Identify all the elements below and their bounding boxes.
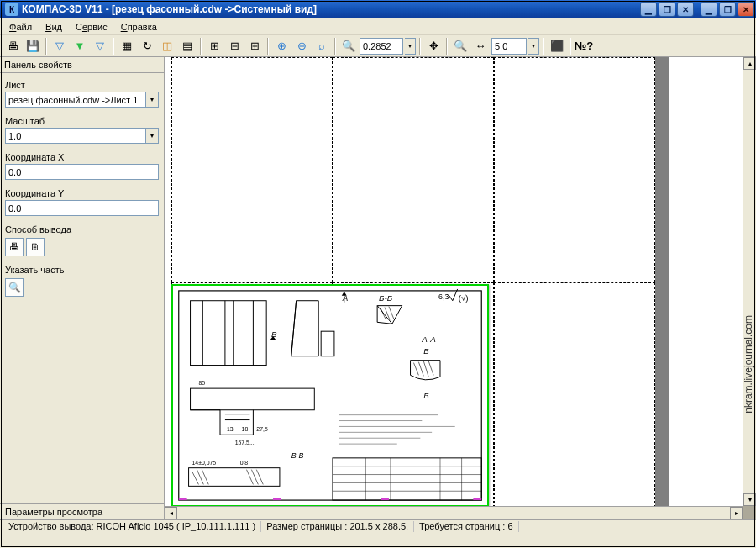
select-part-label: Указать часть bbox=[5, 265, 159, 275]
close-inner-button[interactable]: ✕ bbox=[677, 2, 694, 17]
menu-view[interactable]: Вид bbox=[39, 20, 68, 34]
zoomfit-button[interactable]: ⌕ bbox=[312, 37, 331, 55]
status-page-size: Размер страницы : 201.5 x 288.5. bbox=[261, 521, 414, 532]
stop-button[interactable]: ⬛ bbox=[548, 37, 566, 55]
print-page bbox=[494, 57, 655, 282]
zoom-search-button[interactable]: 🔍 bbox=[339, 37, 358, 55]
status-device: Устройство вывода: RICOH Aficio 1045 ( I… bbox=[3, 521, 261, 532]
sheet-label: Лист bbox=[5, 80, 159, 90]
filter3-button[interactable]: ▽ bbox=[91, 37, 109, 55]
svg-text:0,8: 0,8 bbox=[240, 460, 249, 466]
measure-button[interactable]: ↔ bbox=[471, 37, 490, 55]
minimize-inner-button[interactable]: ▁ bbox=[640, 2, 657, 17]
print-page bbox=[333, 57, 494, 282]
page-button[interactable]: ▤ bbox=[178, 37, 197, 55]
svg-text:В-В: В-В bbox=[291, 451, 304, 460]
drawing-preview: В А Б-Б bbox=[173, 286, 487, 505]
shapes-button[interactable]: ◫ bbox=[158, 37, 176, 55]
filter1-button[interactable]: ▽ bbox=[50, 37, 69, 55]
svg-text:Б-Б: Б-Б bbox=[379, 293, 393, 303]
coord-y-input[interactable] bbox=[5, 200, 159, 216]
window-title: КОМПАС-3D V11 - [резец фасонный.cdw ->Си… bbox=[22, 3, 640, 15]
coord-x-label: Координата X bbox=[5, 152, 159, 162]
menu-service[interactable]: Сервис bbox=[70, 20, 113, 34]
svg-text:(√): (√) bbox=[459, 293, 469, 303]
titlebar: К КОМПАС-3D V11 - [резец фасонный.cdw ->… bbox=[0, 0, 756, 18]
coord-x-input[interactable] bbox=[5, 164, 159, 180]
output-file-button[interactable]: 🗎 bbox=[26, 238, 45, 256]
step-dropdown[interactable]: ▾ bbox=[528, 38, 539, 55]
svg-rect-58 bbox=[273, 498, 281, 500]
zoomin-button[interactable]: ⊕ bbox=[272, 37, 291, 55]
svg-text:Б: Б bbox=[423, 346, 429, 356]
sheet-input[interactable] bbox=[5, 92, 146, 108]
layout-button[interactable]: ▦ bbox=[118, 37, 136, 55]
filter2-button[interactable]: ▼ bbox=[71, 37, 89, 55]
print-page bbox=[171, 57, 333, 282]
horizontal-scrollbar[interactable]: ◂ ▸ bbox=[165, 506, 743, 519]
menubar: Файл Вид Сервис Справка bbox=[0, 18, 756, 35]
svg-text:27,5: 27,5 bbox=[256, 426, 268, 432]
maximize-button[interactable]: ❐ bbox=[719, 2, 736, 17]
zoom-dropdown[interactable]: ▾ bbox=[405, 38, 416, 55]
restore-inner-button[interactable]: ❐ bbox=[659, 2, 675, 17]
output-label: Способ вывода bbox=[5, 224, 159, 234]
app-icon: К bbox=[5, 3, 18, 16]
svg-rect-59 bbox=[381, 498, 389, 500]
scale-label: Масштаб bbox=[5, 116, 159, 126]
svg-text:85: 85 bbox=[198, 380, 205, 386]
scroll-down-button[interactable]: ▾ bbox=[743, 493, 756, 506]
save-button[interactable]: 💾 bbox=[24, 37, 42, 55]
property-panel: Панель свойств Лист ▾ Масштаб ▾ Координа… bbox=[0, 57, 165, 519]
drawing-selection[interactable]: В А Б-Б bbox=[171, 284, 489, 506]
menu-help[interactable]: Справка bbox=[115, 20, 163, 34]
scroll-left-button[interactable]: ◂ bbox=[165, 507, 177, 519]
canvas-area: В А Б-Б bbox=[165, 57, 756, 519]
svg-text:157,5...: 157,5... bbox=[235, 440, 255, 445]
svg-text:6,3: 6,3 bbox=[438, 292, 449, 301]
scroll-right-button[interactable]: ▸ bbox=[730, 507, 743, 519]
select-part-button[interactable]: 🔍 bbox=[5, 278, 24, 297]
menu-file[interactable]: Файл bbox=[3, 20, 38, 34]
minimize-button[interactable]: ▁ bbox=[701, 2, 717, 17]
zoom-input[interactable] bbox=[360, 38, 403, 55]
vertical-scrollbar[interactable]: ▴ ▾ bbox=[743, 57, 756, 506]
scale-input[interactable] bbox=[5, 128, 146, 144]
svg-text:А-А: А-А bbox=[421, 335, 436, 344]
grid1-button[interactable]: ⊞ bbox=[205, 37, 223, 55]
svg-text:18: 18 bbox=[242, 426, 249, 432]
svg-rect-60 bbox=[473, 498, 481, 500]
toolbar: 🖶 💾 ▽ ▼ ▽ ▦ ↻ ◫ ▤ ⊞ ⊟ ⊞ ⊕ ⊖ ⌕ 🔍 ▾ ✥ 🔍 ↔ … bbox=[0, 35, 756, 57]
svg-text:Б: Б bbox=[423, 391, 429, 400]
grid2-button[interactable]: ⊟ bbox=[225, 37, 244, 55]
help-button[interactable]: №? bbox=[575, 37, 593, 55]
print-page bbox=[494, 282, 655, 506]
sheet-dropdown[interactable]: ▾ bbox=[146, 92, 159, 108]
close-button[interactable]: ✕ bbox=[738, 2, 754, 17]
rotate-button[interactable]: ↻ bbox=[138, 37, 156, 55]
pan-button[interactable]: ✥ bbox=[424, 37, 443, 55]
svg-text:13: 13 bbox=[227, 426, 234, 432]
canvas-viewport[interactable]: В А Б-Б bbox=[165, 57, 743, 506]
scale-dropdown[interactable]: ▾ bbox=[146, 128, 159, 144]
watermark-text: nkram.livejournal.com bbox=[743, 315, 754, 414]
svg-rect-57 bbox=[179, 498, 187, 500]
scroll-up-button[interactable]: ▴ bbox=[743, 57, 756, 70]
property-panel-title: Панель свойств bbox=[0, 57, 164, 73]
panel-tab[interactable]: Параметры просмотра bbox=[0, 503, 164, 519]
svg-text:14±0,075: 14±0,075 bbox=[192, 460, 217, 466]
print-button[interactable]: 🖶 bbox=[3, 37, 22, 55]
grid3-button[interactable]: ⊞ bbox=[245, 37, 264, 55]
zoomout-button[interactable]: ⊖ bbox=[292, 37, 311, 55]
step-input[interactable] bbox=[491, 38, 527, 55]
zoom2-button[interactable]: 🔍 bbox=[451, 37, 470, 55]
status-pages-required: Требуется страниц : 6 bbox=[414, 521, 518, 532]
coord-y-label: Координата Y bbox=[5, 188, 159, 198]
output-printer-button[interactable]: 🖶 bbox=[5, 238, 24, 256]
statusbar: Устройство вывода: RICOH Aficio 1045 ( I… bbox=[0, 519, 756, 533]
svg-rect-0 bbox=[179, 291, 481, 500]
